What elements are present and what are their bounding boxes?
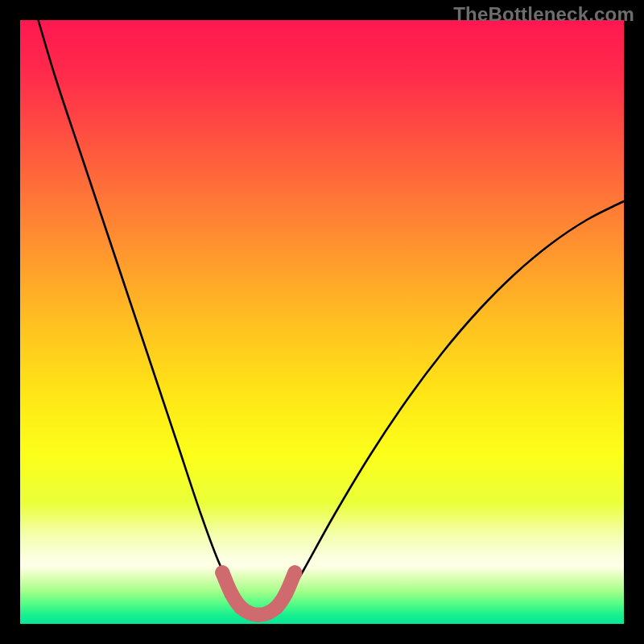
optimal-range-point <box>270 600 284 614</box>
optimal-range-point <box>215 565 229 580</box>
plot-area <box>20 20 624 624</box>
watermark-text: TheBottleneck.com <box>453 3 634 26</box>
chart-frame: TheBottleneck.com <box>0 0 644 644</box>
optimal-range-point <box>225 587 239 601</box>
optimal-range-point <box>279 587 293 601</box>
optimal-range-point <box>287 565 302 580</box>
curve-layer <box>20 20 624 624</box>
bottleneck-curve <box>39 20 625 615</box>
optimal-range-markers <box>215 565 302 622</box>
